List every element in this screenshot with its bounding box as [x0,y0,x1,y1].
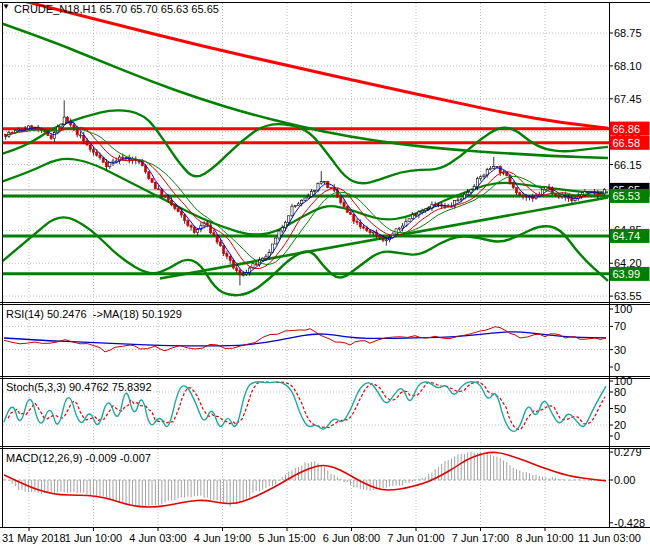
y-axis-label: 66.15 [614,159,642,171]
x-axis-label: 7 Jun 01:00 [387,532,445,544]
rsi-axis-label: 70 [614,320,626,332]
grid [3,3,609,526]
chart-canvas[interactable]: 68.7568.1067.4566.8066.1565.5064.8564.20… [0,0,650,550]
price-badge-value: 65.53 [613,190,641,202]
x-axis-label: 4 Jun 03:00 [129,532,187,544]
y-axis-label: 67.45 [614,93,642,105]
rsi-axis-label: 100 [614,303,632,315]
long-red-ma-line [0,0,608,128]
price-badge-value: 63.99 [613,268,641,280]
price-badge: 66.86 [610,122,650,136]
x-axis-label: 6 Jun 08:00 [323,532,381,544]
x-axis-label: 31 May 2018 [2,532,66,544]
y-axis-label: 68.75 [614,27,642,39]
time-axis: 31 May 20181 Jun 10:004 Jun 03:004 Jun 1… [2,528,641,545]
y-axis-label: 68.10 [614,60,642,72]
x-axis-label: 11 Jun 03:00 [578,532,641,544]
macd-axis-label: 0.00 [614,474,635,486]
price-badge-value: 64.74 [613,230,641,242]
trading-chart-window: 68.7568.1067.4566.8066.1565.5064.8564.20… [0,0,650,550]
ohlc-values: 65.70 65.70 65.63 65.65 [100,3,219,15]
stoch-axis-label: 0 [614,430,620,442]
stochastic-indicator-label: Stoch(5,3,3) 90.4762 75.8392 [6,381,152,393]
macd-axis-label: 0.279 [614,446,642,458]
stoch-axis-label: 80 [614,386,626,398]
main-price-panel[interactable] [0,0,609,295]
price-badge: 65.53 [610,189,650,203]
rsi-line [4,327,606,352]
macd-indicator-label: MACD(12,26,9) -0.009 -0.007 [6,452,151,464]
symbol-period-label: CRUDE_N18,H1 [14,3,97,15]
price-badge-value: 66.58 [613,137,641,149]
slow-green-ma-line [0,23,608,158]
x-axis-label: 7 Jun 17:00 [452,532,510,544]
price-badge: 63.99 [610,267,650,281]
stoch-axis-label: 50 [614,403,626,415]
rsi-ma-line [4,332,606,346]
rsi-axis-label: 0 [614,361,620,373]
price-badge: 64.74 [610,229,650,243]
rsi-axis-label: 30 [614,344,626,356]
bollinger-lower-band [0,217,608,295]
rsi-indicator-label: RSI(14) 50.2476 ->MA(18) 50.1929 [6,308,182,320]
x-axis-label: 8 Jun 10:00 [516,532,574,544]
symbol-marker-icon: ▼ [2,1,10,13]
price-badge: 66.58 [610,136,650,150]
y-axis-label: 63.55 [614,290,642,302]
x-axis-label: 1 Jun 10:00 [65,532,123,544]
price-badge-value: 66.86 [613,123,641,135]
panel-frames [0,2,650,528]
rsi-panel[interactable] [4,327,606,352]
x-axis-label: 5 Jun 15:00 [258,532,316,544]
x-axis-label: 4 Jun 19:00 [194,532,252,544]
chart-title: CRUDE_N18,H1 65.70 65.70 65.63 65.65 [14,3,219,15]
macd-axis-label: -0.428 [614,517,645,529]
